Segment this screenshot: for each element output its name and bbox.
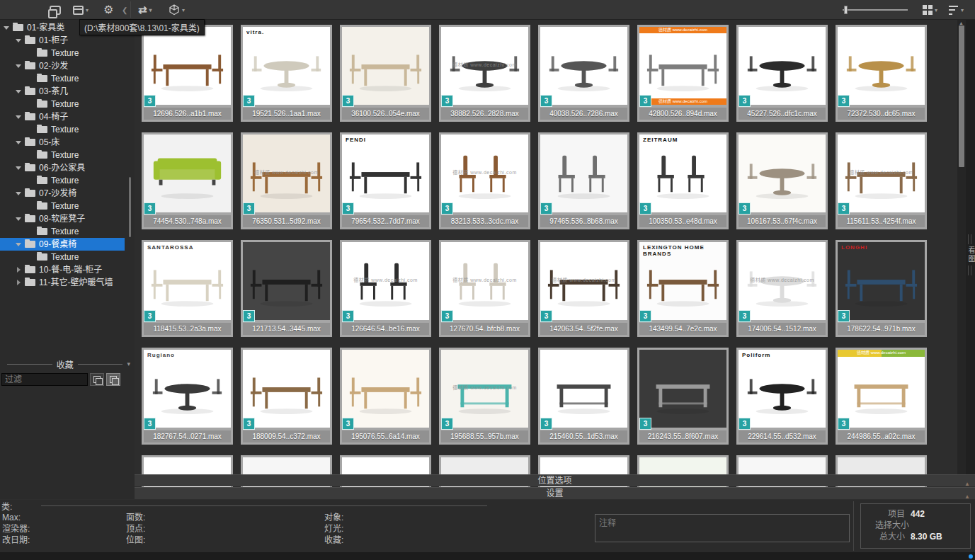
- tree-item[interactable]: 03-茶几: [0, 85, 125, 98]
- watermark-text: 德材质 www.decaizhi.com: [739, 276, 826, 283]
- brand-logo: Poliform: [742, 352, 770, 358]
- asset-tile[interactable]: 3195076.55..6a14.max: [340, 348, 431, 445]
- tree-item-texture[interactable]: Texture: [0, 149, 125, 161]
- tree-item[interactable]: 07-沙发椅: [0, 187, 125, 200]
- sidebar-scrollbar[interactable]: [129, 177, 131, 237]
- asset-tile[interactable]: LEXINGTON HOME BRANDS3143499.54..7e2c.ma…: [637, 240, 729, 337]
- asset-tile[interactable]: 374454.530..748a.max: [142, 132, 233, 229]
- asset-tile[interactable]: 德材质 www.decaizhi.com3127670.54..bfcb8.ma…: [439, 240, 530, 337]
- tree-item[interactable]: 08-软座凳子: [0, 212, 125, 225]
- favorites-header[interactable]: 收藏 ▾: [0, 358, 135, 370]
- sync-icon[interactable]: ⇄▾: [138, 3, 152, 17]
- folder-icon: [25, 88, 35, 95]
- asset-tile[interactable]: 340038.526..7286.max: [538, 25, 629, 122]
- tree-item-texture[interactable]: Texture: [0, 251, 125, 263]
- tree-item-texture[interactable]: Texture: [0, 174, 125, 187]
- asset-tile[interactable]: 德材质 www.decaizhi.com3126646.54..be16.max: [340, 240, 431, 337]
- chevron-expanded-icon[interactable]: [15, 37, 22, 44]
- rollout-placement-options[interactable]: 位置选项 ▲: [135, 474, 975, 486]
- grid-view-icon[interactable]: ▾: [923, 3, 937, 17]
- tree-item-texture[interactable]: Texture: [0, 200, 125, 212]
- chevron-collapsed-icon[interactable]: [15, 279, 22, 286]
- asset-tile[interactable]: 德材质 www.decaizhi.com376350.531..5d92.max: [241, 132, 332, 229]
- tree-item-texture[interactable]: Texture: [0, 225, 125, 238]
- asset-tile[interactable]: 德材质 www.decaizhi.com3174006.54..1512.max: [736, 240, 828, 337]
- asset-filename: 174006.54..1512.max: [739, 323, 826, 335]
- tree-item-texture[interactable]: Texture: [0, 98, 125, 110]
- chevron-expanded-icon[interactable]: [15, 113, 22, 120]
- tree-item[interactable]: 11-其它-壁炉暖气墙: [0, 276, 125, 289]
- comment-input[interactable]: [595, 514, 850, 542]
- asset-tile[interactable]: 3215460.55..1d53.max: [538, 348, 629, 445]
- tree-item[interactable]: 09-餐桌椅: [0, 238, 125, 251]
- thumbnail-size-slider-handle[interactable]: [844, 6, 848, 14]
- asset-tile[interactable]: ZEITRAUM3100350.53..e48d.max: [637, 132, 729, 229]
- asset-tile[interactable]: 德材质 www.decaizhi.com338882.526..2828.max: [439, 25, 530, 122]
- layout-panels-icon[interactable]: ▾: [73, 3, 89, 17]
- asset-tile[interactable]: 德材质 www.decaizhi.com德材质 www.decaizhi.com…: [637, 25, 729, 122]
- scrollbar-thumb[interactable]: [959, 25, 964, 167]
- chevron-expanded-icon[interactable]: [15, 62, 22, 69]
- chevron-expanded-icon[interactable]: [15, 139, 22, 146]
- asset-tile[interactable]: 3216243.55..8f607.max: [637, 348, 729, 445]
- chevron-expanded-icon[interactable]: [3, 24, 10, 31]
- filter-mode-active-icon[interactable]: [106, 373, 120, 386]
- tree-item-label: 05-床: [39, 136, 59, 149]
- preview-panel-tab[interactable]: 看图: [966, 232, 975, 278]
- folder-icon: [37, 253, 47, 261]
- asset-tile[interactable]: 3106167.53..67f4c.max: [736, 132, 828, 229]
- tree-item-texture[interactable]: Texture: [0, 47, 125, 59]
- chevron-expanded-icon[interactable]: [15, 88, 22, 95]
- asset-tile[interactable]: 336100.526..054e.max: [340, 25, 431, 122]
- asset-tile[interactable]: Poliform3229614.55..d532.max: [736, 348, 828, 445]
- chevron-expanded-icon[interactable]: [15, 241, 22, 248]
- asset-tile[interactable]: Rugiano3182767.54..0271.max: [142, 348, 233, 445]
- brand-logo: Rugiano: [147, 352, 175, 358]
- scroll-up-icon[interactable]: ▲: [959, 21, 964, 25]
- asset-tile[interactable]: 3121713.54..3445.max: [241, 240, 332, 337]
- asset-tile[interactable]: LONGHI3178622.54..971b.max: [836, 240, 927, 337]
- chevron-expanded-icon[interactable]: [15, 190, 22, 197]
- asset-tile[interactable]: 德材质 www.decaizhi.com3115611.53..4254f.ma…: [836, 132, 927, 229]
- asset-tile[interactable]: 德材质 www.decaizhi.com3195688.55..957b.max: [439, 348, 530, 445]
- asset-tile[interactable]: 345227.526..dfc1c.max: [736, 25, 828, 122]
- asset-tile[interactable]: vitra.319521.526..1aa1.max: [241, 25, 332, 122]
- tree-item[interactable]: 10-餐-电-端-柜子: [0, 263, 125, 276]
- asset-tile[interactable]: 312696.526..a1b1.max: [142, 25, 233, 122]
- chevron-expanded-icon[interactable]: [15, 164, 22, 171]
- asset-tile[interactable]: 德材质 www.decaizhi.com3244986.55..a02c.max: [836, 348, 927, 445]
- asset-tile[interactable]: 德材质 www.decaizhi.com383213.533..3cdc.max: [439, 132, 530, 229]
- chevron-down-icon[interactable]: ▾: [127, 360, 130, 367]
- tree-item-texture[interactable]: Texture: [0, 123, 125, 136]
- asset-tile[interactable]: 372372.530..dc65.max: [836, 25, 927, 122]
- asset-tile[interactable]: SANTAROSSA3118415.53..2a3a.max: [142, 240, 233, 337]
- tree-spacer: [27, 228, 34, 235]
- filter-input[interactable]: [1, 373, 88, 386]
- sort-icon[interactable]: ▾: [949, 3, 964, 17]
- settings-gear-icon[interactable]: ⚙: [103, 3, 113, 17]
- rollout-settings[interactable]: 设置 ▲: [135, 487, 975, 499]
- asset-thumbnail: [342, 27, 429, 105]
- filter-mode-icon[interactable]: [90, 373, 104, 386]
- asset-filename: 83213.533..3cdc.max: [441, 215, 528, 227]
- tree-item-label: 09-餐桌椅: [39, 238, 76, 251]
- vertical-scrollbar[interactable]: ▲: [957, 20, 966, 474]
- asset-tile[interactable]: FENDI379654.532..7dd7.max: [340, 132, 431, 229]
- export-cube-icon[interactable]: ▾: [169, 3, 185, 17]
- asset-tile[interactable]: 3188009.54..c372.max: [241, 348, 332, 445]
- tree-item[interactable]: 06-办公家具: [0, 161, 125, 174]
- tree-item[interactable]: 02-沙发: [0, 59, 125, 72]
- collapse-chevron-icon[interactable]: ❮: [122, 3, 127, 17]
- thumbnail-size-slider[interactable]: [843, 9, 908, 11]
- workspace-icon[interactable]: [50, 3, 61, 17]
- chevron-collapsed-icon[interactable]: [15, 266, 22, 273]
- tree-item-texture[interactable]: Texture: [0, 72, 125, 85]
- tree-item[interactable]: 01-柜子: [0, 34, 125, 47]
- chevron-expanded-icon[interactable]: [15, 215, 22, 222]
- tree-item[interactable]: 04-椅子: [0, 110, 125, 123]
- items-row: 项目 442: [861, 508, 970, 520]
- tree-item[interactable]: 05-床: [0, 136, 125, 149]
- chevron-down-icon: ▾: [182, 7, 185, 13]
- asset-tile[interactable]: 德材质 www.decaizhi.com3142063.54..5f2fe.ma…: [538, 240, 629, 337]
- asset-tile[interactable]: 397465.536..8b68.max: [538, 132, 629, 229]
